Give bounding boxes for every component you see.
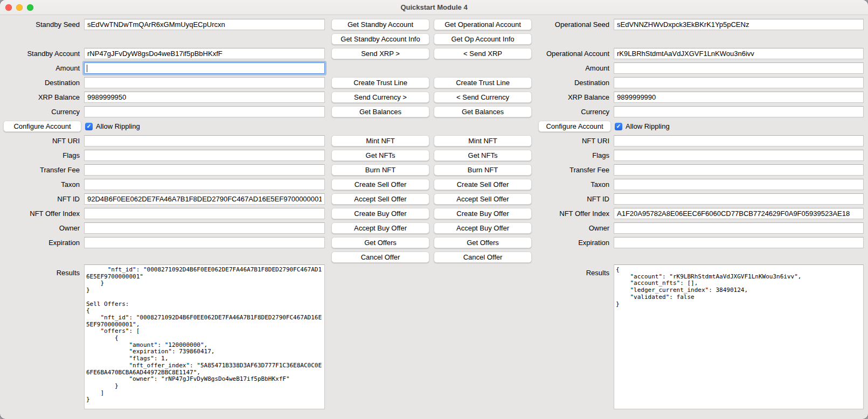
operational-xrp-balance-label: XRP Balance xyxy=(538,93,614,101)
operational-flags-input[interactable] xyxy=(614,150,864,161)
standby-nft-uri-label: NFT URI xyxy=(3,137,84,145)
standby-xrp-balance-input[interactable] xyxy=(84,92,325,103)
standby-expiration-input[interactable] xyxy=(84,237,325,248)
operational-get-nfts-button[interactable]: Get NFTs xyxy=(434,150,532,161)
get-operational-account-button[interactable]: Get Operational Account xyxy=(434,19,532,30)
operational-xrp-balance-input[interactable] xyxy=(614,92,864,103)
standby-destination-input[interactable] xyxy=(84,77,325,88)
standby-results-text[interactable]: "nft_id": "0008271092D4B6F0EE062DE7FA46A… xyxy=(84,264,325,409)
operational-transfer-fee-label: Transfer Fee xyxy=(538,166,614,174)
standby-account-label: Standby Account xyxy=(3,50,84,58)
standby-create-trust-line-button[interactable]: Create Trust Line xyxy=(331,77,429,88)
operational-allow-rippling-label: Allow Rippling xyxy=(626,122,670,130)
operational-create-buy-offer-button[interactable]: Create Buy Offer xyxy=(434,208,532,219)
traffic-lights xyxy=(5,0,33,15)
zoom-icon[interactable] xyxy=(27,4,33,11)
standby-amount-label: Amount xyxy=(3,64,84,72)
operational-results-text[interactable]: { "account": "rK9LBRhStdmtAaVdJXGVF1LnKW… xyxy=(614,264,864,409)
standby-account-input[interactable] xyxy=(84,48,325,59)
operational-owner-input[interactable] xyxy=(614,222,864,234)
operational-burn-nft-button[interactable]: Burn NFT xyxy=(434,164,532,176)
standby-nft-offer-index-input[interactable] xyxy=(84,208,325,219)
operational-amount-input[interactable] xyxy=(614,62,864,74)
standby-flags-label: Flags xyxy=(3,151,84,159)
operational-nft-offer-index-input[interactable] xyxy=(614,208,864,219)
operational-destination-input[interactable] xyxy=(614,77,864,88)
operational-destination-label: Destination xyxy=(538,79,614,87)
operational-create-sell-offer-button[interactable]: Create Sell Offer xyxy=(434,179,532,190)
send-xrp-right-button[interactable]: Send XRP > xyxy=(331,48,429,59)
standby-get-balances-button[interactable]: Get Balances xyxy=(331,106,429,117)
close-icon[interactable] xyxy=(5,4,12,11)
operational-currency-label: Currency xyxy=(538,108,614,116)
operational-nft-id-label: NFT ID xyxy=(538,195,614,203)
operational-create-trust-line-button[interactable]: Create Trust Line xyxy=(434,77,532,88)
standby-transfer-fee-input[interactable] xyxy=(84,164,325,176)
operational-nft-offer-index-label: NFT Offer Index xyxy=(538,210,614,218)
operational-accept-sell-offer-button[interactable]: Accept Sell Offer xyxy=(434,193,532,205)
get-standby-account-info-button[interactable]: Get Standby Account Info xyxy=(331,33,429,45)
standby-taxon-label: Taxon xyxy=(3,180,84,188)
standby-get-nfts-button[interactable]: Get NFTs xyxy=(331,150,429,161)
standby-create-buy-offer-button[interactable]: Create Buy Offer xyxy=(331,208,429,219)
operational-taxon-input[interactable] xyxy=(614,179,864,190)
operational-account-input[interactable] xyxy=(614,48,864,59)
app-window: Quickstart Module 4 Standby Seed Get Sta… xyxy=(0,0,868,419)
operational-seed-label: Operational Seed xyxy=(538,20,614,29)
standby-amount-input[interactable] xyxy=(84,62,325,74)
operational-configure-account-button[interactable]: Configure Account xyxy=(538,121,611,132)
standby-results-label: Results xyxy=(3,264,84,277)
operational-account-label: Operational Account xyxy=(538,50,614,58)
standby-nft-id-input[interactable] xyxy=(84,193,325,205)
standby-accept-sell-offer-button[interactable]: Accept Sell Offer xyxy=(331,193,429,205)
standby-nft-uri-input[interactable] xyxy=(84,135,325,146)
get-standby-account-button[interactable]: Get Standby Account xyxy=(331,19,429,30)
standby-cancel-offer-button[interactable]: Cancel Offer xyxy=(331,252,429,263)
operational-taxon-label: Taxon xyxy=(538,180,614,188)
standby-seed-input[interactable] xyxy=(84,19,325,30)
send-xrp-left-button[interactable]: < Send XRP xyxy=(434,48,532,59)
check-icon: ✓ xyxy=(616,123,621,129)
operational-nft-id-input[interactable] xyxy=(614,193,864,205)
standby-taxon-input[interactable] xyxy=(84,179,325,190)
standby-xrp-balance-label: XRP Balance xyxy=(3,93,84,101)
send-currency-left-button[interactable]: < Send Currency xyxy=(434,92,532,103)
standby-currency-input[interactable] xyxy=(84,106,325,117)
minimize-icon[interactable] xyxy=(16,4,23,11)
operational-transfer-fee-input[interactable] xyxy=(614,164,864,176)
check-icon: ✓ xyxy=(87,123,92,129)
standby-flags-input[interactable] xyxy=(84,150,325,161)
operational-seed-input[interactable] xyxy=(614,19,864,30)
standby-configure-account-button[interactable]: Configure Account xyxy=(3,121,81,132)
operational-mint-nft-button[interactable]: Mint NFT xyxy=(434,135,532,146)
main-content: Standby Seed Get Standby Account Get Ope… xyxy=(0,15,868,419)
standby-allow-rippling-checkbox[interactable]: ✓ xyxy=(85,123,93,130)
standby-burn-nft-button[interactable]: Burn NFT xyxy=(331,164,429,176)
operational-get-balances-button[interactable]: Get Balances xyxy=(434,106,532,117)
standby-allow-rippling-label: Allow Rippling xyxy=(96,122,140,130)
standby-nft-offer-index-label: NFT Offer Index xyxy=(3,210,84,218)
operational-cancel-offer-button[interactable]: Cancel Offer xyxy=(434,252,532,263)
operational-owner-label: Owner xyxy=(538,224,614,232)
send-currency-right-button[interactable]: Send Currency > xyxy=(331,92,429,103)
titlebar: Quickstart Module 4 xyxy=(0,0,868,15)
get-op-account-info-button[interactable]: Get Op Account Info xyxy=(434,33,532,45)
operational-expiration-input[interactable] xyxy=(614,237,864,248)
operational-nft-uri-input[interactable] xyxy=(614,135,864,146)
standby-nft-id-label: NFT ID xyxy=(3,195,84,203)
standby-accept-buy-offer-button[interactable]: Accept Buy Offer xyxy=(331,222,429,234)
operational-allow-rippling: ✓ Allow Rippling xyxy=(614,122,864,130)
operational-get-offers-button[interactable]: Get Offers xyxy=(434,237,532,248)
operational-results-label: Results xyxy=(538,264,614,277)
operational-accept-buy-offer-button[interactable]: Accept Buy Offer xyxy=(434,222,532,234)
standby-currency-label: Currency xyxy=(3,108,84,116)
operational-allow-rippling-checkbox[interactable]: ✓ xyxy=(615,123,622,130)
standby-create-sell-offer-button[interactable]: Create Sell Offer xyxy=(331,179,429,190)
standby-expiration-label: Expiration xyxy=(3,239,84,247)
operational-currency-input[interactable] xyxy=(614,106,864,117)
standby-owner-input[interactable] xyxy=(84,222,325,234)
standby-mint-nft-button[interactable]: Mint NFT xyxy=(331,135,429,146)
operational-flags-label: Flags xyxy=(538,151,614,159)
standby-seed-label: Standby Seed xyxy=(3,20,84,29)
standby-get-offers-button[interactable]: Get Offers xyxy=(331,237,429,248)
